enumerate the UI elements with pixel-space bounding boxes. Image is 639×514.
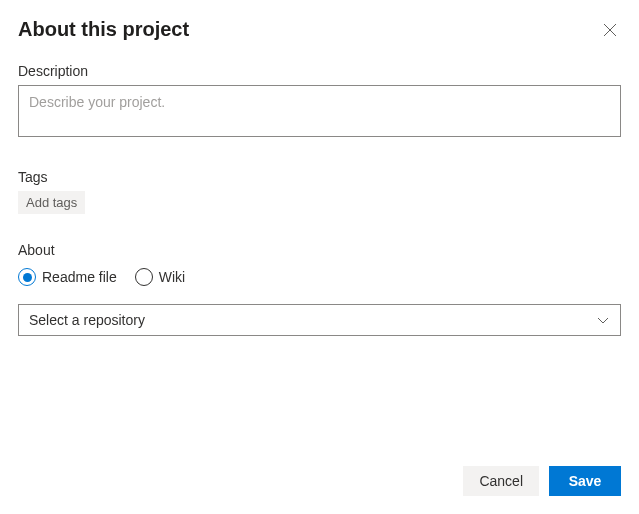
tags-section: Tags Add tags — [18, 169, 621, 214]
about-radio-group: Readme file Wiki — [18, 268, 621, 286]
cancel-button[interactable]: Cancel — [463, 466, 539, 496]
repository-dropdown[interactable]: Select a repository — [18, 304, 621, 336]
radio-unselected-icon — [135, 268, 153, 286]
radio-readme-label: Readme file — [42, 269, 117, 285]
description-label: Description — [18, 63, 621, 79]
close-button[interactable] — [599, 19, 621, 41]
radio-selected-icon — [18, 268, 36, 286]
close-icon — [603, 23, 617, 37]
tags-label: Tags — [18, 169, 621, 185]
radio-readme[interactable]: Readme file — [18, 268, 117, 286]
dialog-footer: Cancel Save — [463, 466, 621, 496]
description-input[interactable] — [18, 85, 621, 137]
radio-wiki-label: Wiki — [159, 269, 185, 285]
dialog-header: About this project — [18, 18, 621, 41]
about-section: About Readme file Wiki Select a reposito… — [18, 242, 621, 336]
chevron-down-icon — [596, 313, 610, 327]
add-tags-button[interactable]: Add tags — [18, 191, 85, 214]
radio-wiki[interactable]: Wiki — [135, 268, 185, 286]
description-section: Description — [18, 63, 621, 141]
dialog-title: About this project — [18, 18, 189, 41]
about-label: About — [18, 242, 621, 258]
repository-dropdown-value: Select a repository — [29, 312, 145, 328]
radio-dot-icon — [23, 273, 32, 282]
save-button[interactable]: Save — [549, 466, 621, 496]
